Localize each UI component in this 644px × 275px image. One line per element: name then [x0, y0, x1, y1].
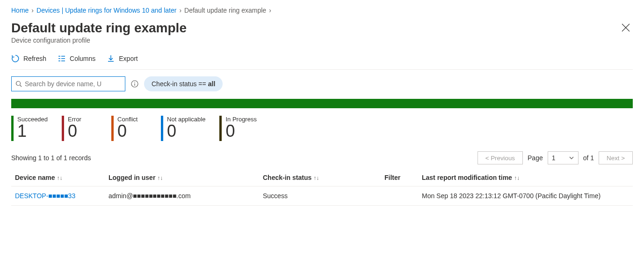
- filter-pill-value: all: [208, 80, 216, 88]
- col-user[interactable]: Logged in user↑↓: [105, 169, 259, 186]
- cell-time: Mon Sep 18 2023 22:13:12 GMT-0700 (Pacif…: [418, 186, 633, 206]
- page-label: Page: [528, 154, 543, 162]
- col-filter[interactable]: Filter: [381, 169, 418, 186]
- cell-status: Success: [259, 186, 381, 206]
- cell-user: admin@■■■■■■■■■■■.com: [105, 186, 259, 206]
- breadcrumb-home[interactable]: Home: [11, 7, 29, 14]
- filter-pill-prefix: Check-in status ==: [152, 80, 206, 88]
- breadcrumb: Home › Devices | Update rings for Window…: [11, 5, 633, 21]
- chevron-down-icon: [569, 155, 574, 161]
- stat-card: Conflict0: [111, 116, 147, 141]
- stat-value: 1: [17, 123, 48, 140]
- svg-point-0: [16, 82, 21, 86]
- stat-card: Error0: [62, 116, 97, 141]
- stat-color-bar: [161, 116, 163, 141]
- sort-icon: ↑↓: [313, 175, 319, 181]
- close-button[interactable]: [619, 21, 633, 35]
- export-button[interactable]: Export: [107, 52, 137, 65]
- stat-color-bar: [62, 116, 64, 141]
- previous-button[interactable]: < Previous: [478, 151, 523, 164]
- sort-icon: ↑↓: [57, 175, 63, 181]
- col-device[interactable]: Device name↑↓: [11, 169, 105, 186]
- filter-pill-checkin[interactable]: Check-in status == all: [144, 76, 223, 91]
- breadcrumb-devices[interactable]: Devices | Update rings for Windows 10 an…: [36, 7, 176, 14]
- search-icon: [15, 81, 22, 87]
- stat-card: Not applicable0: [161, 116, 205, 141]
- cell-device[interactable]: DESKTOP-■■■■■33: [11, 186, 105, 206]
- stat-card: In Progress0: [219, 116, 256, 141]
- col-status[interactable]: Check-in status↑↓: [259, 169, 381, 186]
- of-text: of 1: [583, 154, 594, 162]
- breadcrumb-sep: ›: [179, 7, 181, 14]
- sort-icon: ↑↓: [514, 175, 520, 181]
- results-table: Device name↑↓ Logged in user↑↓ Check-in …: [11, 169, 633, 206]
- columns-icon: [58, 54, 66, 63]
- search-box[interactable]: [11, 76, 125, 91]
- table-row: DESKTOP-■■■■■33admin@■■■■■■■■■■■.comSucc…: [11, 186, 633, 206]
- stat-color-bar: [11, 116, 14, 141]
- stat-card: Succeeded1: [11, 116, 48, 141]
- col-time[interactable]: Last report modification time↑↓: [418, 169, 633, 186]
- stat-value: 0: [167, 123, 205, 140]
- page-subtitle: Device configuration profile: [11, 37, 187, 44]
- breadcrumb-sep: ›: [269, 7, 271, 14]
- columns-button[interactable]: Columns: [58, 52, 95, 65]
- stat-color-bar: [111, 116, 114, 141]
- stat-value: 0: [68, 123, 81, 140]
- stats-row: Succeeded1Error0Conflict0Not applicable0…: [11, 116, 633, 141]
- toolbar: Refresh Columns Export: [11, 44, 633, 70]
- page-title: Default update ring example: [11, 21, 187, 36]
- search-input[interactable]: [25, 80, 121, 88]
- next-button[interactable]: Next >: [599, 151, 633, 164]
- svg-point-2: [134, 82, 135, 83]
- info-icon[interactable]: [131, 80, 138, 88]
- status-bar: [11, 99, 633, 108]
- export-label: Export: [119, 55, 137, 62]
- stat-value: 0: [225, 123, 256, 140]
- pager: < Previous Page 1 of 1 Next >: [478, 151, 633, 164]
- breadcrumb-current: Default update ring example: [184, 7, 266, 14]
- refresh-button[interactable]: Refresh: [11, 52, 46, 65]
- stat-value: 0: [117, 123, 137, 140]
- cell-filter: [381, 186, 418, 206]
- sort-icon: ↑↓: [157, 175, 163, 181]
- stat-color-bar: [219, 116, 222, 141]
- page-select[interactable]: 1: [548, 151, 579, 164]
- filter-row: Check-in status == all: [11, 70, 633, 99]
- page-value: 1: [552, 154, 556, 162]
- refresh-icon: [11, 54, 20, 63]
- breadcrumb-sep: ›: [31, 7, 34, 14]
- export-icon: [107, 54, 115, 63]
- refresh-label: Refresh: [23, 55, 46, 62]
- records-text: Showing 1 to 1 of 1 records: [11, 154, 91, 162]
- close-icon: [622, 23, 630, 32]
- columns-label: Columns: [70, 55, 95, 62]
